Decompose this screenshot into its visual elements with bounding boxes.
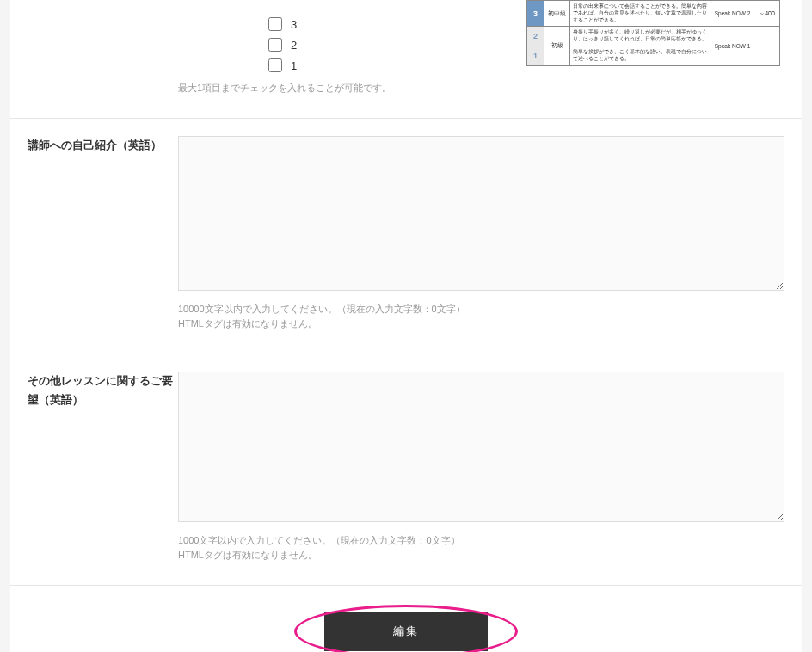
level-desc-1: 簡単な挨拶ができ、ごく基本的な語い、表現で自分について述べることができる。 (570, 46, 711, 65)
level-desc-2: 身振り手振りが多く、繰り返しが必要だが、相手がゆっくり、はっきり話してくれれば、… (570, 27, 711, 46)
intro-helper-1: 10000文字以内で入力してください。（現在の入力文字数：0文字） (178, 302, 784, 317)
level-cat-2: 初級 (544, 27, 570, 65)
request-label: その他レッスンに関するご要望（英語） (10, 372, 178, 563)
level-speak-2: Speak NOW 1 (711, 27, 754, 65)
level-score-3: ～400 (754, 1, 780, 27)
intro-textarea[interactable] (178, 136, 784, 291)
checkbox-1[interactable] (268, 58, 282, 72)
checkbox-label-1: 1 (291, 59, 297, 72)
request-helper-1: 1000文字以内で入力してください。（現在の入力文字数：0文字） (178, 533, 784, 549)
intro-helper-2: HTMLタグは有効になりません。 (178, 317, 784, 332)
level-section: 3 2 1 最大1項目までチェックを入れることが可能です。 3 初中級 日常の出… (10, 0, 802, 119)
level-num-2: 2 (527, 27, 544, 46)
intro-label: 講師への自己紹介（英語） (10, 136, 178, 332)
level-reference-table: 3 初中級 日常の出来事について会話することができる。簡単な内容であれば、自分の… (526, 0, 780, 66)
request-section: その他レッスンに関するご要望（英語） 1000文字以内で入力してください。（現在… (10, 354, 802, 586)
intro-section: 講師への自己紹介（英語） 10000文字以内で入力してください。（現在の入力文字… (10, 119, 802, 354)
request-textarea[interactable] (178, 372, 784, 522)
request-helper-2: HTMLタグは有効になりません。 (178, 548, 784, 563)
edit-button[interactable]: 編集 (324, 612, 488, 651)
checkbox-2[interactable] (268, 38, 282, 52)
level-num-1: 1 (527, 46, 544, 65)
checkbox-3[interactable] (268, 17, 282, 31)
checkbox-label-3: 3 (291, 18, 297, 31)
level-cat-3: 初中級 (544, 1, 570, 27)
level-speak-3: Speak NOW 2 (711, 1, 754, 27)
level-desc-3: 日常の出来事について会話することができる。簡単な内容であれば、自分の意見を述べた… (570, 1, 711, 27)
level-score-2 (754, 27, 780, 65)
checkbox-label-2: 2 (291, 39, 297, 52)
level-num-3: 3 (527, 1, 544, 27)
submit-row: 編集 (10, 586, 802, 652)
level-helper-text: 最大1項目までチェックを入れることが可能です。 (178, 81, 784, 96)
